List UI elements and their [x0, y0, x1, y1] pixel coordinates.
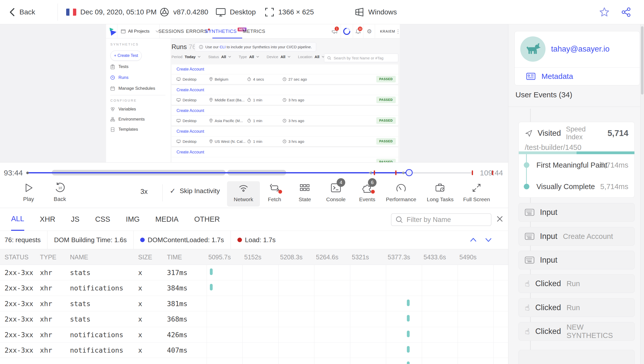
spinner-icon: [342, 26, 352, 36]
speed-toggle[interactable]: 3x: [140, 188, 148, 196]
network-request-row[interactable]: 2xx-3xxxhrnotificationsx384ms: [0, 280, 508, 296]
create-test-button: + Create Test: [110, 51, 142, 61]
session-replay-window: Back Dec 09, 2020, 05:10 PM v87.0.4280 D: [0, 0, 644, 364]
tab-all[interactable]: ALL: [11, 208, 24, 231]
tab-css[interactable]: CSS: [95, 208, 110, 231]
event-card-input[interactable]: InputCreate Account: [518, 227, 635, 246]
network-request-row[interactable]: 2xx-3xxxhrstatsx368ms: [0, 311, 508, 327]
status-badge: PASSED: [376, 138, 396, 145]
network-request-row[interactable]: 2xx-3xxxhrnotificationsx407ms: [0, 343, 508, 358]
template-file-icon: [110, 127, 115, 132]
location-pin-icon: [209, 139, 213, 143]
monitor-icon: [177, 140, 181, 143]
jump-next-button[interactable]: [483, 234, 494, 245]
check-icon: ✓: [170, 187, 176, 195]
filter-status: StatusAll: [208, 55, 231, 59]
replay-app-main: Runs 76 Use our CLI to include your Synt…: [170, 38, 400, 162]
replay-stage[interactable]: All Projects SESSIONS ERRORS SYNTHETICS …: [0, 24, 508, 162]
speed-index-value: 5,714: [607, 128, 628, 138]
filter-input[interactable]: [407, 216, 482, 224]
col-time: TIME: [167, 249, 182, 265]
event-card-input[interactable]: Input: [518, 251, 635, 269]
panel-button-full-screen[interactable]: Full Screen: [460, 181, 493, 207]
favorite-button[interactable]: [599, 0, 610, 24]
visited-event-card[interactable]: Visited Speed Index 5,714 /test-builder/…: [518, 122, 635, 198]
event-card-input[interactable]: Input: [518, 203, 635, 222]
time-icon: [283, 77, 286, 81]
run-test-name: Create Account: [171, 85, 398, 95]
panel-button-network[interactable]: Network: [227, 181, 260, 207]
event-card-clicked[interactable]: ☝ ClickedRun: [518, 298, 635, 317]
run-card: Create Account Desktop Middle East (Ba..…: [171, 85, 398, 105]
cli-info-note: Use our CLI to include your Synthetics i…: [195, 42, 316, 52]
red-dot: [371, 190, 375, 194]
session-sidebar: tahay@asayer.io Metadata User Events (34…: [508, 24, 644, 364]
tab-other[interactable]: OTHER: [194, 208, 220, 231]
viewport-resolution: 1366 × 625: [265, 0, 314, 24]
keyboard-icon: [525, 209, 534, 216]
back-button[interactable]: Back: [9, 0, 35, 24]
keyboard-icon: [525, 233, 534, 240]
filter-by-name-box: [391, 213, 491, 226]
network-request-row[interactable]: 2xx-3xxxhrstatsx381ms: [0, 296, 508, 311]
network-request-row[interactable]: 2xx-3xxxhrstatsx317ms: [0, 265, 508, 280]
location-pin-icon: [209, 98, 213, 102]
time-tick: 5208.3s: [280, 249, 303, 265]
time-tick: 5433.6s: [424, 249, 446, 265]
close-panel-button[interactable]: [496, 215, 504, 223]
network-request-row[interactable]: [0, 358, 508, 364]
play-button[interactable]: Play: [15, 182, 42, 202]
time-tick: 5264.6s: [316, 249, 338, 265]
panel-button-performance[interactable]: Performance: [385, 181, 417, 207]
chevron-up-icon: [468, 234, 479, 245]
event-marker-red: [472, 170, 473, 175]
event-card-clicked[interactable]: ☝ ClickedRun: [518, 274, 635, 293]
panel-button-events[interactable]: 6 Events: [351, 181, 384, 207]
browser-version-label: v87.0.4280: [173, 8, 208, 16]
tab-img[interactable]: IMG: [126, 208, 140, 231]
tab-xhr[interactable]: XHR: [40, 208, 55, 231]
share-button[interactable]: [621, 0, 631, 24]
panel-button-long-tasks[interactable]: Long Tasks: [424, 181, 457, 207]
tab-js[interactable]: JS: [71, 208, 80, 231]
time-tick: 5152s: [244, 249, 261, 265]
panel-button-state[interactable]: State: [288, 181, 321, 207]
status-badge: PASSED: [376, 76, 396, 82]
network-summary-row: 76: requests DOM Building Time: 1.6s DOM…: [0, 231, 508, 249]
metadata-button[interactable]: Metadata: [515, 67, 640, 85]
monitor-icon: [177, 98, 181, 102]
network-request-row[interactable]: 2xx-3xxxhrnotificationsx426ms: [0, 327, 508, 343]
calendar-icon: [110, 86, 115, 91]
id-card-icon: [526, 73, 535, 80]
monitor-icon: [177, 78, 181, 81]
scrollbar-thumb[interactable]: [641, 26, 643, 95]
divider: [508, 107, 644, 107]
event-card-clicked[interactable]: ☝ ClickedNEW SYNTHETICS: [518, 322, 635, 341]
player-controls-panel: 93:44 109:44 Play 10 Back: [0, 162, 508, 208]
col-name: NAME: [70, 249, 88, 265]
panel-button-console[interactable]: 4 Console: [319, 181, 352, 207]
playhead-handle[interactable]: [406, 169, 413, 176]
chevron-left-icon: [9, 7, 15, 17]
chrome-icon: [160, 7, 169, 17]
skip-inactivity-toggle[interactable]: ✓ Skip Inactivity: [170, 187, 220, 195]
gauge-icon: [396, 183, 406, 193]
divider: [58, 4, 58, 21]
tab-media[interactable]: MEDIA: [155, 208, 179, 231]
event-marker-red: [492, 170, 493, 175]
time-tick: 5377.3s: [388, 249, 410, 265]
user-card: tahay@asayer.io Metadata: [514, 31, 640, 85]
user-email-link[interactable]: tahay@asayer.io: [551, 31, 609, 67]
fullscreen-icon: [472, 183, 481, 193]
france-flag-icon: [66, 9, 76, 16]
panel-button-fetch[interactable]: Fetch: [258, 181, 291, 207]
rewind-10-icon: 10: [54, 182, 66, 193]
jump-prev-button[interactable]: [468, 234, 479, 245]
waterfall-bar: [210, 284, 213, 290]
status-badge: PASSED: [376, 159, 396, 162]
event-card-partial[interactable]: [518, 350, 635, 364]
back-10s-button[interactable]: 10 Back: [46, 182, 74, 202]
col-size: SIZE: [138, 249, 152, 265]
visited-label: Visited: [537, 129, 561, 138]
clipboard-icon: [110, 64, 115, 69]
